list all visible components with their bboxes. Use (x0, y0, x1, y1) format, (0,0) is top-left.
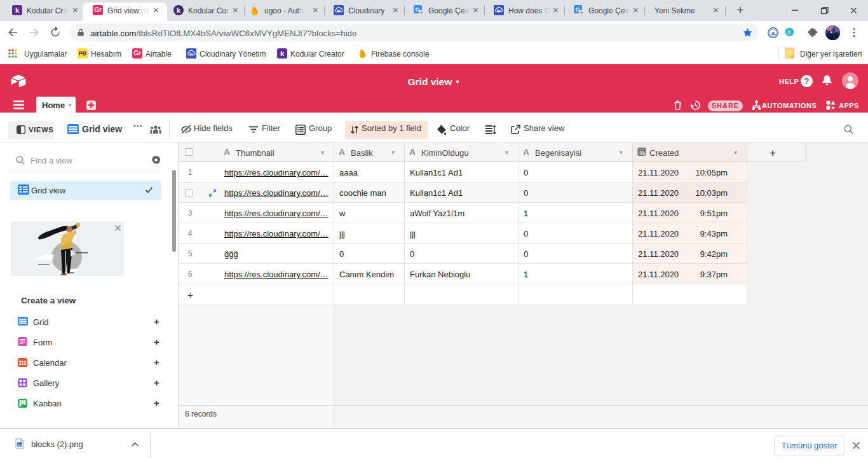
svg-text:✦: ✦ (580, 11, 583, 15)
svg-text:31: 31 (639, 150, 644, 156)
svg-text:a: a (771, 29, 775, 36)
svg-text:✦: ✦ (419, 11, 423, 15)
